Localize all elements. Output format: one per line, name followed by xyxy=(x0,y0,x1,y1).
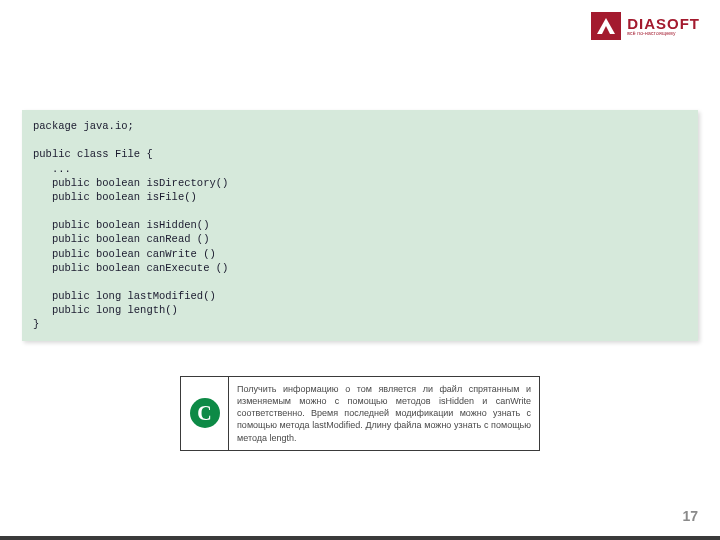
info-text: Получить информацию о том является ли фа… xyxy=(229,377,539,450)
code-block: package java.io; public class File { ...… xyxy=(22,110,698,341)
logo-text: DIASOFT всё по-настоящему xyxy=(627,16,700,36)
logo: DIASOFT всё по-настоящему xyxy=(591,12,700,40)
logo-tagline: всё по-настоящему xyxy=(627,31,700,36)
footer-bar xyxy=(0,536,720,540)
page-number: 17 xyxy=(682,508,698,524)
copyright-icon: C xyxy=(190,398,220,428)
info-box: C Получить информацию о том является ли … xyxy=(180,376,540,451)
info-icon-cell: C xyxy=(181,377,229,450)
logo-brand: DIASOFT xyxy=(627,16,700,31)
logo-mark-icon xyxy=(591,12,621,40)
